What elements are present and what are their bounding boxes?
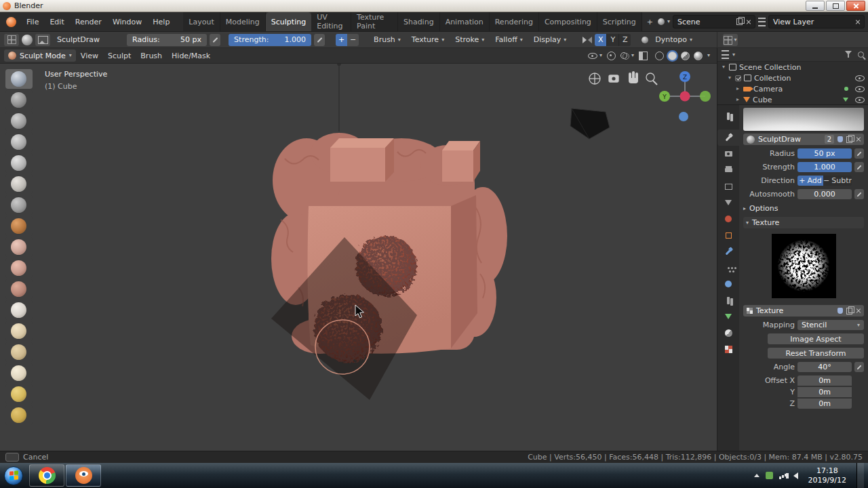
xray-toggle[interactable]: [639, 52, 648, 60]
display-dropdown[interactable]: Display▾: [530, 34, 571, 46]
menu-view[interactable]: View: [76, 52, 103, 60]
brush-dropdown[interactable]: Brush▾: [370, 34, 405, 46]
collection-checkbox[interactable]: [735, 75, 741, 81]
texture-dropdown[interactable]: Texture▾: [408, 34, 448, 46]
outliner-row-scene-collection[interactable]: ▾ Scene Collection: [717, 62, 868, 73]
properties-tab-world-icon[interactable]: [717, 211, 739, 227]
offset-z-field[interactable]: 0m: [797, 399, 852, 409]
gizmo-y-neg-axis[interactable]: [700, 91, 711, 102]
autosmooth-animate-icon[interactable]: [854, 189, 864, 199]
tray-expand-icon[interactable]: [754, 474, 760, 477]
autosmooth-slider[interactable]: 0.000: [797, 189, 852, 199]
chevron-down-icon[interactable]: ▾: [667, 19, 670, 24]
outliner-row-cube[interactable]: ▸ Cube: [717, 94, 868, 105]
viewport-canvas[interactable]: Z Y: [0, 64, 717, 451]
chevron-down-icon[interactable]: ▾: [732, 52, 735, 58]
pan-hand-icon[interactable]: [629, 71, 638, 83]
shading-dropdown-icon[interactable]: ▾: [707, 53, 710, 58]
brush-layer-button[interactable]: [5, 132, 33, 152]
shading-wireframe-icon[interactable]: [655, 52, 664, 60]
texture-panel-header[interactable]: ▾ Texture: [743, 217, 864, 228]
brush-preview-icon[interactable]: [22, 35, 33, 45]
properties-tab-data-icon[interactable]: [717, 308, 739, 325]
copy-icon[interactable]: [846, 136, 852, 143]
menu-brush[interactable]: Brush: [136, 52, 167, 60]
3d-viewport[interactable]: Z Y User Perspective (1) Cube: [0, 64, 717, 451]
expand-icon[interactable]: ▾: [721, 64, 726, 70]
brush-thumb-button[interactable]: [5, 384, 33, 404]
menu-window[interactable]: Window: [107, 12, 147, 32]
dyntopo-dropdown[interactable]: Dyntopo▾: [651, 34, 696, 46]
properties-tab-scene-icon[interactable]: [717, 195, 739, 211]
properties-tab-texture-icon[interactable]: [717, 341, 739, 357]
menu-help[interactable]: Help: [147, 12, 175, 32]
fake-user-icon[interactable]: [837, 308, 843, 314]
editor-type-button[interactable]: ▾: [723, 34, 738, 46]
image-aspect-button[interactable]: Image Aspect: [768, 333, 864, 344]
brush-inflate-button[interactable]: [5, 153, 33, 173]
scene-selector[interactable]: Scene: [673, 15, 755, 28]
brush-pinch-button[interactable]: [5, 300, 33, 320]
expand-icon[interactable]: ▸: [735, 86, 741, 92]
strength-animate-icon[interactable]: [314, 34, 325, 46]
close-icon[interactable]: [855, 20, 860, 24]
tab-scripting[interactable]: Scripting: [597, 12, 642, 31]
perspective-grid-icon[interactable]: [589, 73, 600, 84]
properties-tab-output-icon[interactable]: [717, 162, 739, 178]
tab-animation[interactable]: Animation: [440, 12, 490, 31]
properties-tab-view-layer-icon[interactable]: [717, 178, 739, 195]
brush-blob-button[interactable]: [5, 174, 33, 194]
fake-user-icon[interactable]: [837, 136, 843, 142]
brush-clay-strips-button[interactable]: [5, 111, 33, 131]
properties-tab-object-icon[interactable]: [717, 227, 739, 243]
expand-icon[interactable]: ▾: [727, 75, 732, 81]
eye-icon[interactable]: [855, 75, 865, 81]
angle-animate-icon[interactable]: [854, 362, 864, 372]
brush-clay-button[interactable]: [5, 90, 33, 110]
properties-tab-tool-icon[interactable]: [717, 129, 739, 146]
radius-animate-icon[interactable]: [210, 34, 220, 46]
mirror-y-toggle[interactable]: Y: [607, 34, 619, 46]
eye-icon[interactable]: [855, 96, 865, 103]
brush-snake-hook-button[interactable]: [5, 363, 33, 383]
zoom-icon[interactable]: [646, 73, 657, 85]
stroke-dropdown[interactable]: Stroke▾: [451, 34, 488, 46]
tab-shading[interactable]: Shading: [398, 12, 440, 31]
gizmo-z-neg-axis[interactable]: [679, 112, 688, 121]
properties-tab-modifiers-icon[interactable]: [717, 243, 739, 260]
search-icon[interactable]: [858, 52, 864, 58]
mode-selector[interactable]: Sculpt Mode ▾: [4, 49, 76, 62]
gizmos-toggle[interactable]: [607, 52, 616, 60]
properties-tab-material-icon[interactable]: [717, 325, 739, 341]
unlink-icon[interactable]: [856, 137, 861, 142]
outliner-row-collection[interactable]: ▾ Collection: [717, 73, 868, 83]
taskbar-chrome-button[interactable]: [29, 464, 64, 487]
brush-falloff-preview[interactable]: [743, 108, 864, 131]
sculpt-box-2[interactable]: [442, 141, 480, 182]
sculpt-box-1[interactable]: [330, 138, 394, 182]
brush-smooth-button[interactable]: [5, 216, 33, 236]
direction-add-button[interactable]: +Add: [797, 176, 823, 186]
copy-icon[interactable]: [736, 18, 743, 25]
brush-datablock-row[interactable]: SculptDraw 2: [743, 134, 864, 145]
tab-uv-editing[interactable]: UV Editing: [311, 12, 351, 31]
radius-slider[interactable]: 50 px: [797, 148, 852, 159]
window-titlebar[interactable]: Blender: [0, 0, 868, 12]
tab-layout[interactable]: Layout: [183, 12, 220, 31]
tab-modeling[interactable]: Modeling: [220, 12, 266, 31]
minimize-button[interactable]: [806, 1, 825, 11]
direction-subtract-toggle[interactable]: −: [347, 34, 359, 46]
mirror-z-toggle[interactable]: Z: [619, 34, 631, 46]
outliner-editor-icon[interactable]: [722, 50, 729, 59]
texture-preview[interactable]: [772, 234, 836, 298]
properties-tab-physics-icon[interactable]: [717, 276, 739, 292]
black-object[interactable]: [570, 108, 610, 139]
outliner-row-camera[interactable]: ▸ Camera: [717, 83, 868, 94]
brush-fill-button[interactable]: [5, 258, 33, 278]
brush-scrape-button[interactable]: [5, 279, 33, 299]
offset-y-field[interactable]: 0m: [797, 387, 852, 397]
blender-menu-icon[interactable]: [6, 17, 16, 27]
tab-rendering[interactable]: Rendering: [490, 12, 539, 31]
angle-field[interactable]: 40°: [797, 362, 852, 372]
start-button[interactable]: [4, 466, 23, 485]
